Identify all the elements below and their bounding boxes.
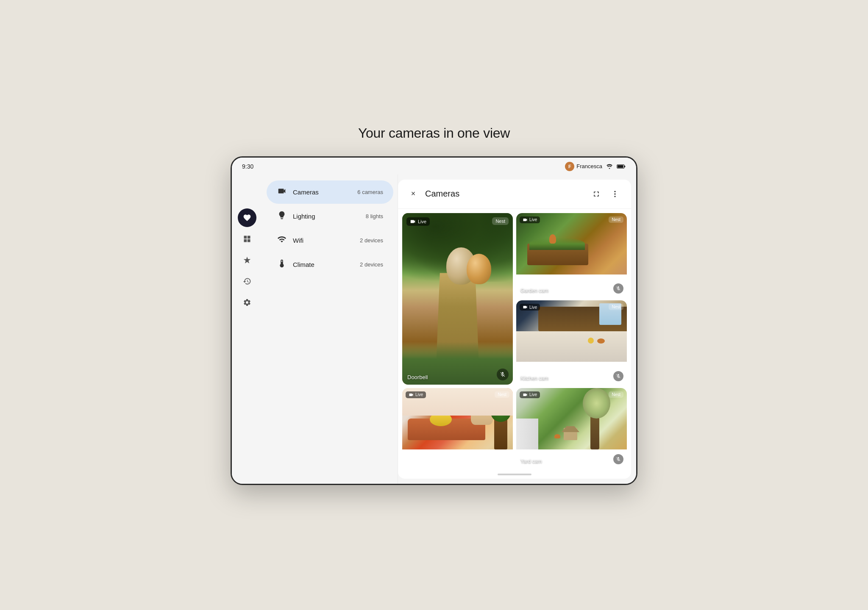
cameras-icon (277, 186, 287, 198)
status-bar: 9:30 F Francesca (232, 158, 636, 175)
wifi-nav-icon (277, 235, 287, 246)
live-badge-kitchen: Live (520, 304, 540, 311)
cameras-count: 6 cameras (357, 189, 383, 195)
expand-button[interactable] (589, 186, 604, 202)
battery-icon (617, 164, 626, 169)
lighting-label: Lighting (293, 213, 315, 220)
left-rail (232, 175, 262, 484)
balloon-2 (467, 254, 491, 284)
svg-point-5 (614, 196, 615, 197)
live-badge-doorbell: Live (406, 217, 430, 226)
svg-point-3 (614, 191, 615, 192)
page-title: Your cameras in one view (358, 125, 510, 141)
nav-item-cameras[interactable]: Cameras 6 cameras (267, 180, 393, 204)
climate-count: 2 devices (360, 261, 383, 268)
nav-item-wifi[interactable]: Wifi 2 devices (267, 229, 393, 252)
wifi-label: Wifi (293, 237, 303, 244)
app-body: Cameras 6 cameras Lighting 8 lights (232, 175, 636, 484)
sidebar-item-history[interactable] (238, 272, 256, 291)
mic-off-doorbell (497, 369, 509, 380)
nest-badge-doorbell: Nest (492, 217, 509, 225)
wifi-icon (606, 164, 613, 169)
camera-card-garden[interactable]: Live Nest Garden cam (516, 213, 627, 297)
svg-point-4 (614, 193, 615, 194)
nest-badge-living: Nest (495, 391, 509, 398)
nav-section: Cameras 6 cameras Lighting 8 lights (262, 175, 398, 484)
nav-item-climate[interactable]: Climate 2 devices (267, 253, 393, 276)
nest-badge-yard: Nest (609, 391, 623, 398)
camera-label-garden: Garden cam (520, 288, 548, 294)
camera-card-yard[interactable]: Live Nest Yard cam (516, 388, 627, 468)
close-button[interactable]: × (406, 187, 420, 201)
more-button[interactable] (607, 186, 623, 202)
camera-card-kitchen[interactable]: Live Nest Kitchen cam (516, 300, 627, 385)
lighting-count: 8 lights (366, 213, 383, 219)
username: Francesca (576, 163, 602, 169)
content-title: Cameras (425, 189, 459, 199)
sidebar-item-ai[interactable] (238, 251, 256, 269)
cameras-label: Cameras (293, 189, 319, 196)
wifi-count: 2 devices (360, 237, 383, 244)
lighting-icon (277, 211, 287, 222)
nest-badge-kitchen: Nest (609, 304, 623, 310)
tablet-frame: 9:30 F Francesca (231, 156, 637, 485)
live-badge-yard: Live (520, 391, 540, 398)
camera-grid: Live Nest Doorbell (398, 209, 631, 472)
camera-label-doorbell: Doorbell (407, 374, 428, 380)
content-area: × Cameras (398, 180, 631, 479)
nav-item-lighting[interactable]: Lighting 8 lights (267, 205, 393, 228)
camera-label-yard: Yard cam (520, 458, 542, 464)
camera-label-kitchen: Kitchen cam (520, 375, 548, 381)
scroll-indicator (498, 474, 531, 475)
status-time: 9:30 (242, 163, 253, 170)
sidebar-item-dashboard[interactable] (238, 230, 256, 248)
camera-card-doorbell[interactable]: Live Nest Doorbell (402, 213, 513, 385)
status-user: F Francesca (565, 162, 602, 171)
mic-off-yard (613, 454, 623, 464)
sidebar-item-favorites[interactable] (238, 208, 256, 227)
camera-card-living[interactable]: Live Nest (402, 388, 513, 468)
content-header: × Cameras (398, 180, 631, 209)
climate-label: Climate (293, 261, 314, 268)
climate-icon (277, 259, 287, 270)
sidebar-item-settings[interactable] (238, 293, 256, 312)
live-badge-living: Live (406, 391, 426, 398)
svg-rect-1 (624, 166, 626, 167)
live-badge-garden: Live (520, 216, 540, 223)
status-icons: F Francesca (565, 162, 626, 171)
nest-badge-garden: Nest (609, 216, 623, 223)
mic-off-garden (613, 283, 623, 294)
mic-off-kitchen (613, 371, 623, 381)
svg-rect-2 (618, 165, 623, 168)
avatar: F (565, 162, 574, 171)
